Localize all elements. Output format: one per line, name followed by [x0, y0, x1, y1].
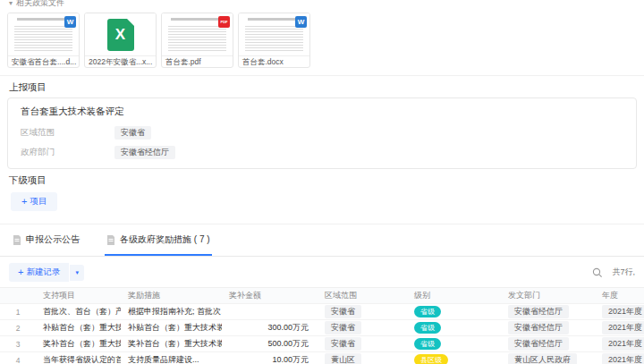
document-icon [13, 235, 21, 245]
cell-region[interactable]: 黄山区 [318, 353, 407, 364]
table-row[interactable]: 4当年获得省级认定的首台（套）...支持质量品牌建设...10.00万元黄山区县… [0, 352, 644, 364]
tab-announcements[interactable]: 申报公示公告 [11, 226, 81, 256]
search-icon[interactable] [592, 267, 603, 278]
document-icon [106, 235, 115, 245]
row-index: 3 [0, 340, 36, 349]
add-project-button[interactable]: + 项目 [11, 192, 57, 211]
department-chip: 安徽省经信厅 [508, 337, 569, 351]
attachments-section-label: 相关政策文件 [16, 0, 64, 9]
department-chip: 安徽省经信厅 [508, 321, 569, 334]
plus-icon: + [18, 268, 23, 276]
table-row[interactable]: 2补贴首台（套）重大技术装备保...补贴首台（套）重大技术装备保...300.0… [0, 320, 644, 336]
new-record-button-label: 新建记录 [26, 267, 60, 278]
word-file-icon: W [64, 16, 76, 28]
cell-measure[interactable]: 根据申报指南补充; 首批次、首... [121, 306, 222, 317]
cell-measure[interactable]: 补贴首台（套）重大技术装备保... [121, 322, 222, 334]
table-row[interactable]: 3奖补首台（套）重大技术装备和...奖补首台（套）重大技术装备和...500.0… [0, 336, 644, 352]
region-chip: 安徽省 [325, 321, 361, 334]
region-chip: 安徽省 [325, 305, 361, 318]
file-card[interactable]: PDF首台套.pdf [161, 13, 233, 68]
cell-year[interactable]: 2021年度 [595, 353, 644, 364]
cell-measure[interactable]: 支持质量品牌建设... [121, 354, 222, 364]
cell-amount[interactable]: 500.00万元 [222, 338, 318, 350]
lower-project-section-label: 下级项目 [0, 169, 644, 190]
cell-region[interactable]: 安徽省 [318, 305, 407, 318]
cell-year[interactable]: 2021年度 [595, 305, 644, 318]
file-card-list: W安徽省首台套....d...X2022年安徽省...x...PDF首台套.pd… [0, 11, 644, 76]
new-record-button[interactable]: + 新建记录 [9, 263, 69, 282]
cell-region[interactable]: 安徽省 [318, 337, 407, 351]
word-file-icon: W [295, 16, 307, 28]
table-body: 1首批次、首台（套）产品综合险...根据申报指南补充; 首批次、首...安徽省省… [0, 304, 644, 364]
table-toolbar: + 新建记录 ▾ 共7行, [0, 257, 644, 287]
tab-reward-measures-label: 各级政府奖励措施 ( 7 ) [120, 233, 210, 246]
column-header-0[interactable]: 支持项目 [36, 290, 121, 301]
field-value-department: 安徽省经信厅 [114, 146, 175, 159]
upper-project-card[interactable]: 首台套重大技术装备评定 区域范围 安徽省 政府部门 安徽省经信厅 [7, 97, 637, 169]
tab-announcements-label: 申报公示公告 [26, 233, 80, 246]
file-name: 首台套.docx [239, 55, 309, 68]
upper-project-title: 首台套重大技术装备评定 [21, 106, 623, 118]
column-header-5[interactable]: 发文部门 [501, 290, 595, 301]
chevron-down-icon: ▾ [75, 269, 79, 275]
cell-level[interactable]: 县区级 [407, 354, 501, 364]
excel-file-icon: X [107, 19, 134, 51]
field-label-department: 政府部门 [21, 147, 114, 158]
cell-year[interactable]: 2021年度 [595, 337, 644, 351]
level-badge: 省级 [414, 306, 441, 317]
cell-year[interactable]: 2021年度 [595, 321, 644, 334]
row-count-label: 共7行, [612, 267, 635, 278]
cell-project[interactable]: 奖补首台（套）重大技术装备和... [36, 338, 121, 350]
table-row[interactable]: 1首批次、首台（套）产品综合险...根据申报指南补充; 首批次、首...安徽省省… [0, 304, 644, 320]
new-record-dropdown-button[interactable]: ▾ [70, 265, 84, 281]
plus-icon: + [21, 198, 27, 206]
cell-project[interactable]: 首批次、首台（套）产品综合险... [36, 306, 121, 317]
level-badge: 县区级 [414, 354, 448, 364]
row-index: 4 [0, 356, 36, 364]
department-chip: 黄山区人民政府 [508, 353, 577, 364]
year-chip: 2021年度 [602, 337, 644, 351]
tab-bar: 申报公示公告 各级政府奖励措施 ( 7 ) [0, 226, 644, 257]
cell-region[interactable]: 安徽省 [318, 321, 407, 334]
column-header-1[interactable]: 奖励措施 [121, 290, 222, 301]
file-thumbnail: X [85, 13, 156, 55]
add-project-button-label: 项目 [30, 196, 47, 207]
file-thumbnail: W [8, 13, 79, 55]
column-header-6[interactable]: 年度 [595, 290, 644, 301]
cell-project[interactable]: 补贴首台（套）重大技术装备保... [36, 322, 121, 334]
level-badge: 省级 [414, 338, 441, 350]
cell-department[interactable]: 安徽省经信厅 [501, 305, 595, 318]
region-chip: 安徽省 [325, 337, 361, 351]
table-header-row: 支持项目奖励措施奖补金额区域范围级别发文部门年度 [0, 288, 644, 304]
tab-reward-measures[interactable]: 各级政府奖励措施 ( 7 ) [105, 226, 212, 256]
cell-project[interactable]: 当年获得省级认定的首台（套）... [36, 354, 121, 364]
column-header-4[interactable]: 级别 [407, 290, 501, 301]
upper-project-section-label: 上报项目 [0, 76, 644, 97]
cell-level[interactable]: 省级 [407, 338, 501, 350]
file-name: 首台套.pdf [162, 55, 233, 68]
field-label-region: 区域范围 [21, 127, 114, 139]
cell-amount[interactable]: 300.00万元 [222, 322, 318, 334]
file-card[interactable]: W安徽省首台套....d... [7, 13, 80, 68]
cell-level[interactable]: 省级 [407, 306, 501, 317]
row-index: 2 [0, 324, 36, 333]
cell-amount[interactable]: 10.00万元 [222, 354, 318, 364]
lower-project-section: 下级项目 + 项目 [0, 169, 644, 224]
file-thumbnail: PDF [162, 13, 233, 55]
pdf-file-icon: PDF [218, 16, 230, 28]
column-header-2[interactable]: 奖补金额 [222, 290, 318, 301]
attachments-section-header[interactable]: ▾ 相关政策文件 [0, 0, 644, 11]
cell-level[interactable]: 省级 [407, 322, 501, 334]
file-card[interactable]: X2022年安徽省...x... [84, 13, 157, 68]
collapse-icon[interactable]: ▾ [9, 0, 13, 7]
cell-department[interactable]: 安徽省经信厅 [501, 321, 595, 334]
cell-department[interactable]: 安徽省经信厅 [501, 337, 595, 351]
file-thumbnail: W [239, 13, 309, 55]
cell-measure[interactable]: 奖补首台（套）重大技术装备和... [121, 338, 222, 350]
file-name: 2022年安徽省...x... [85, 55, 156, 68]
file-card[interactable]: W首台套.docx [238, 13, 310, 68]
page: ▾ 相关政策文件 W安徽省首台套....d...X2022年安徽省...x...… [0, 0, 644, 361]
level-badge: 省级 [414, 322, 441, 334]
column-header-3[interactable]: 区域范围 [318, 290, 407, 301]
cell-department[interactable]: 黄山区人民政府 [501, 353, 595, 364]
